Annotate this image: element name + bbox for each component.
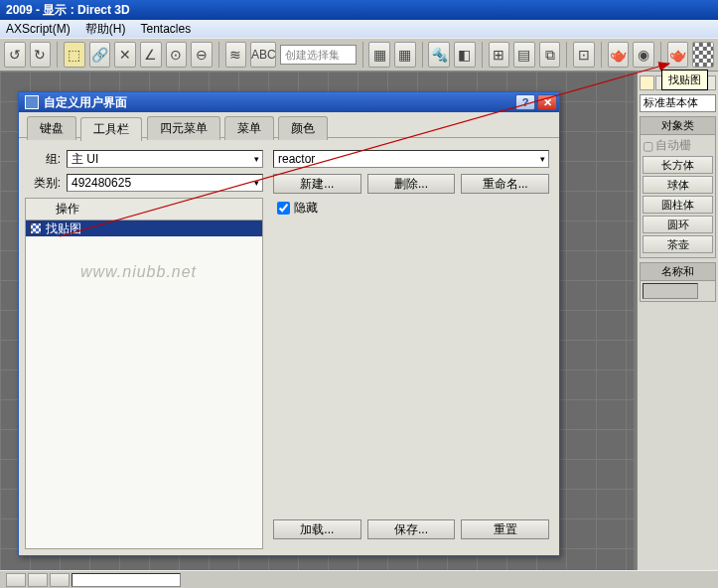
toolbar-button[interactable]: ↻ [30, 42, 52, 68]
selection-set-combo[interactable]: 创建选择集 [280, 45, 356, 65]
list-item[interactable]: 找贴图 [26, 220, 262, 236]
toolbar-button[interactable]: ↺ [4, 42, 26, 68]
autogrid-checkbox[interactable]: ▢自动栅 [643, 137, 713, 154]
save-button[interactable]: 保存... [367, 519, 456, 539]
dialog-tabs: 键盘 工具栏 四元菜单 菜单 颜色 [19, 112, 559, 138]
group-label: 组: [25, 151, 67, 168]
toolbar-button[interactable]: 🔗 [89, 42, 111, 68]
menu-help[interactable]: 帮助(H) [85, 22, 126, 36]
toolbar-button[interactable]: ◧ [454, 42, 476, 68]
dialog-title-text: 自定义用户界面 [44, 94, 127, 111]
status-button[interactable] [50, 573, 70, 587]
toolbar-divider [57, 42, 58, 68]
toolbar-divider [482, 42, 483, 68]
reset-button[interactable]: 重置 [461, 519, 549, 539]
toolbar-button[interactable]: ▤ [513, 42, 535, 68]
toolbar-button[interactable]: 🔩 [428, 42, 450, 68]
rollout-title[interactable]: 名称和 [641, 263, 715, 281]
customize-ui-dialog: 自定义用户界面 ? ✕ 键盘 工具栏 四元菜单 菜单 颜色 组: 主 UI 类别… [18, 91, 560, 556]
action-list-header[interactable]: 操作 [25, 198, 263, 220]
toolbar-button[interactable]: ⬚ [64, 42, 85, 68]
toolbar-button[interactable]: ⊖ [191, 42, 213, 68]
primitive-button[interactable]: 长方体 [643, 156, 713, 174]
left-column: 组: 主 UI 类别: 492480625 操作 找贴图 [19, 138, 269, 555]
tab-toolbars[interactable]: 工具栏 [80, 117, 142, 141]
rollout-title[interactable]: 对象类 [641, 117, 715, 135]
status-button[interactable] [6, 573, 26, 587]
toolbar-button[interactable]: ⧉ [539, 42, 561, 68]
toolbar-divider [218, 42, 219, 68]
delete-button[interactable]: 删除... [367, 174, 456, 194]
category-dropdown[interactable]: 标准基本体 [640, 94, 716, 112]
primitive-button[interactable]: 茶壶 [643, 235, 713, 253]
tab-keyboard[interactable]: 键盘 [27, 116, 76, 140]
tab-colors[interactable]: 颜色 [278, 116, 328, 140]
toolbar-button[interactable]: ◉ [633, 42, 654, 68]
toolbar-button[interactable]: ▦ [368, 42, 390, 68]
toolbar-button[interactable]: ⊙ [166, 42, 188, 68]
app-titlebar: 2009 - 显示 : Direct 3D [0, 0, 718, 20]
primitive-button[interactable]: 圆柱体 [643, 196, 713, 214]
toolbar-button[interactable]: 🫖 [667, 42, 689, 68]
action-listbox[interactable]: 找贴图 [25, 220, 263, 549]
status-bar [0, 570, 718, 588]
rename-button[interactable]: 重命名... [461, 174, 549, 194]
tooltip: 找贴图 [661, 70, 708, 90]
status-display [72, 573, 181, 587]
toolbar-divider [660, 42, 661, 68]
new-button[interactable]: 新建... [273, 174, 361, 194]
toolbar-divider [566, 42, 567, 68]
hide-checkbox[interactable]: 隐藏 [277, 200, 549, 217]
menu-maxscript[interactable]: AXScript(M) [6, 22, 71, 36]
right-column: reactor 新建... 删除... 重命名... 隐藏 加载... 保存..… [269, 138, 559, 555]
toolbar-divider [601, 42, 602, 68]
load-button[interactable]: 加载... [273, 519, 361, 539]
close-button[interactable]: ✕ [537, 94, 557, 110]
primitive-button[interactable]: 球体 [643, 176, 713, 194]
toolbar-button[interactable]: ∠ [140, 42, 162, 68]
hide-checkbox-input[interactable] [277, 202, 290, 215]
toolbar-button[interactable]: 🫖 [608, 42, 630, 68]
toolbar-button[interactable]: ⊞ [489, 42, 510, 68]
toolbar-button[interactable]: ✕ [114, 42, 136, 68]
dialog-titlebar[interactable]: 自定义用户界面 ? ✕ [19, 92, 559, 112]
help-button[interactable]: ? [515, 94, 535, 110]
toolbar-select-combo[interactable]: reactor [273, 150, 549, 168]
create-tab[interactable] [640, 75, 654, 90]
checkered-icon [30, 222, 42, 234]
tab-menus[interactable]: 菜单 [224, 116, 274, 140]
toolbar-divider [422, 42, 423, 68]
status-button[interactable] [28, 573, 48, 587]
group-combo[interactable]: 主 UI [67, 150, 263, 168]
category-combo[interactable]: 492480625 [67, 174, 263, 192]
toolbar-button[interactable]: ▦ [394, 42, 416, 68]
command-panel: 标准基本体 对象类 ▢自动栅 长方体 球体 圆柱体 圆环 茶壶 名称和 [637, 72, 718, 570]
menu-tentacles[interactable]: Tentacles [140, 22, 191, 36]
dialog-icon [25, 95, 39, 109]
category-label: 类别: [25, 175, 67, 192]
find-texture-button[interactable] [692, 42, 714, 68]
tab-quads[interactable]: 四元菜单 [147, 116, 220, 140]
color-swatch[interactable] [643, 283, 698, 299]
primitive-button[interactable]: 圆环 [643, 216, 713, 233]
main-toolbar: ↺ ↻ ⬚ 🔗 ✕ ∠ ⊙ ⊖ ≋ ABC 创建选择集 ▦ ▦ 🔩 ◧ ⊞ ▤ … [0, 38, 718, 72]
name-color-rollout: 名称和 [640, 262, 716, 302]
menu-bar[interactable]: AXScript(M) 帮助(H) Tentacles [0, 20, 718, 38]
toolbar-divider [362, 42, 363, 68]
toolbar-button[interactable]: ABC [250, 42, 276, 68]
toolbar-button[interactable]: ≋ [225, 42, 247, 68]
object-type-rollout: 对象类 ▢自动栅 长方体 球体 圆柱体 圆环 茶壶 [640, 116, 716, 258]
toolbar-button[interactable]: ⊡ [573, 42, 595, 68]
